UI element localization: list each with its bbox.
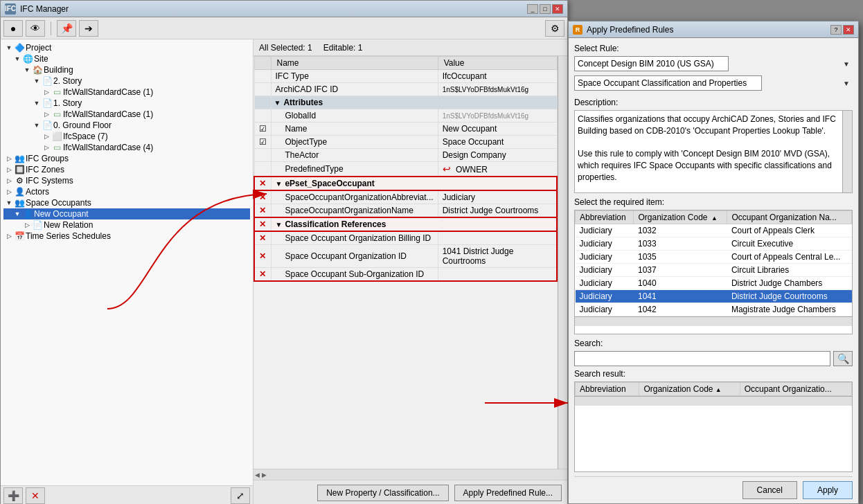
tree-item-wall-story2[interactable]: ▷ ▭ IfcWallStandardCase (1): [3, 87, 250, 98]
rule-dropdown-2[interactable]: Space Occupant Classification and Proper…: [574, 75, 762, 91]
tree-item-ifcspace[interactable]: ▷ ⬜ IfcSpace (7): [3, 131, 250, 142]
tree-item-space-occupants[interactable]: ▼ 👥 Space Occupants: [3, 197, 250, 208]
tree-item-story1[interactable]: ▼ 📄 1. Story: [3, 98, 250, 109]
tree-add-button[interactable]: ➕: [3, 487, 23, 504]
tree-item-new-occupant[interactable]: ▼ 👤 New Occupant: [3, 208, 250, 219]
expander-story1[interactable]: ▼: [33, 99, 41, 107]
data-table-row[interactable]: Judiciary 1033 Circuit Executive: [576, 237, 852, 251]
expander-new-relation[interactable]: ▷: [23, 221, 31, 229]
expander-new-occupant[interactable]: ▼: [13, 210, 21, 218]
data-table-row[interactable]: Judiciary 1037 Circuit Libraries: [576, 264, 852, 277]
col-check: [254, 57, 271, 70]
expander-wall-story2[interactable]: ▷: [42, 88, 51, 96]
result-table-h-scrollbar[interactable]: [575, 396, 852, 406]
overlay-help-button[interactable]: ?: [830, 25, 842, 35]
expander-systems[interactable]: ▷: [5, 177, 13, 185]
expander-timeseries[interactable]: ▷: [5, 232, 13, 240]
project-icon: 🔷: [15, 43, 24, 53]
cell-x: ✕: [254, 245, 271, 268]
rule-dropdown-1[interactable]: Concept Design BIM 2010 (US GSA): [574, 56, 729, 71]
table-row-orgname[interactable]: ✕ SpaceOccupantOrganizationName District…: [254, 204, 557, 218]
tree-move-button[interactable]: ⤢: [231, 487, 250, 504]
search-input[interactable]: [574, 351, 830, 366]
table-row[interactable]: IFC Type IfcOccupant: [254, 70, 557, 83]
minimize-button[interactable]: _: [527, 4, 538, 14]
table-row-group-class-ref[interactable]: ✕ ▼Classification References: [254, 217, 557, 231]
tree-item-project[interactable]: ▼ 🔷 Project: [3, 42, 250, 53]
expander-ground-floor[interactable]: ▼: [33, 121, 41, 129]
arrow-button[interactable]: ➔: [79, 20, 98, 37]
table-row[interactable]: ☑ ObjectType Space Occupant: [254, 136, 557, 149]
table-row[interactable]: ArchiCAD IFC ID 1nS$LVYoDFBfdsMukVt16g: [254, 83, 557, 96]
expander-space-occupants[interactable]: ▼: [5, 199, 13, 207]
table-row[interactable]: ☑ Name New Occupant: [254, 123, 557, 136]
tree-item-site[interactable]: ▼ 🌐 Site: [3, 53, 250, 64]
tree-item-ground-floor[interactable]: ▼ 📄 0. Ground Floor: [3, 120, 250, 131]
props-h-scrollbar[interactable]: ◀ ▶: [253, 469, 567, 480]
table-row-group-attributes[interactable]: ▼Attributes: [254, 96, 557, 109]
expander-zones[interactable]: ▷: [5, 165, 13, 174]
props-v-scrollbar[interactable]: [558, 56, 567, 469]
tree-item-wall-story1[interactable]: ▷ ▭ IfcWallStandardCase (1): [3, 109, 250, 120]
data-table-h-scrollbar[interactable]: [575, 316, 852, 326]
expander-building[interactable]: ▼: [23, 66, 31, 74]
table-row-group-epset[interactable]: ✕ ▼ePset_SpaceOccupant: [254, 177, 557, 190]
tree-item-groups[interactable]: ▷ 👥 IFC Groups: [3, 153, 250, 164]
cell-value: Judiciary: [438, 190, 557, 204]
table-row[interactable]: PredefinedType ↩ OWNER: [254, 162, 557, 177]
table-row-billing-id[interactable]: ✕ Space Occupant Organization Billing ID: [254, 231, 557, 245]
props-scroll-area[interactable]: Name Value IFC Type IfcOccupant: [253, 56, 558, 469]
pin-button[interactable]: 📌: [57, 20, 76, 37]
maximize-button[interactable]: □: [540, 4, 551, 14]
expander-ifcspace[interactable]: ▷: [42, 132, 51, 141]
record-button[interactable]: ●: [3, 20, 23, 37]
cell-name: Magistrate Judge Chambers: [727, 303, 852, 316]
table-row[interactable]: GlobalId 1nS$LVYoDFBfdsMukVt16g: [254, 109, 557, 123]
expander-wall-story1[interactable]: ▷: [42, 110, 51, 118]
data-table-row[interactable]: Judiciary 1035 Court of Appeals Central …: [576, 251, 852, 264]
window-title: IFC Manager: [20, 4, 527, 14]
data-table-row[interactable]: Judiciary 1040 District Judge Chambers: [576, 277, 852, 290]
apply-button[interactable]: Apply: [803, 481, 853, 499]
overlay-close-button[interactable]: ✕: [843, 25, 854, 35]
tree-item-building[interactable]: ▼ 🏠 Building: [3, 64, 250, 75]
expander-wall-ground[interactable]: ▷: [42, 143, 51, 152]
description-box: Classifies organizations that occupy Arc…: [574, 110, 853, 193]
search-button[interactable]: 🔍: [833, 351, 853, 366]
table-row[interactable]: TheActor Design Company: [254, 149, 557, 162]
col-org-name[interactable]: Occupant Organization Na...: [727, 211, 852, 224]
cancel-button[interactable]: Cancel: [742, 481, 797, 499]
expander-story2[interactable]: ▼: [33, 77, 41, 85]
tree-item-systems[interactable]: ▷ ⚙ IFC Systems: [3, 175, 250, 186]
tree-item-story2[interactable]: ▼ 📄 2. Story: [3, 75, 250, 87]
expander-actors[interactable]: ▷: [5, 188, 13, 196]
settings-button[interactable]: ⚙: [545, 20, 564, 37]
expander-site[interactable]: ▼: [13, 55, 21, 63]
table-row-sub-org-id[interactable]: ✕ Space Occupant Sub-Organization ID: [254, 268, 557, 282]
table-row-org-id[interactable]: ✕ Space Occupant Organization ID 1041 Di…: [254, 245, 557, 268]
data-table-row[interactable]: Judiciary 1032 Court of Appeals Clerk: [576, 224, 852, 237]
site-icon: 🌐: [23, 54, 33, 64]
close-button[interactable]: ✕: [552, 4, 563, 14]
description-scrollbar[interactable]: [842, 111, 852, 192]
expander-project[interactable]: ▼: [5, 44, 13, 52]
tree-delete-button[interactable]: ✕: [26, 487, 45, 504]
col-abbreviation[interactable]: Abbreviation: [576, 211, 634, 224]
tree-label-site: Site: [34, 54, 48, 64]
tree-toolbar: ➕ ✕ ⤢: [1, 485, 253, 504]
expander-groups[interactable]: ▷: [5, 154, 13, 163]
tree-item-actors[interactable]: ▷ 👤 Actors: [3, 186, 250, 197]
description-label: Description:: [574, 98, 853, 107]
wall-ground-icon: ▭: [52, 143, 62, 152]
tree-item-zones[interactable]: ▷ 🔲 IFC Zones: [3, 164, 250, 175]
data-table-row[interactable]: Judiciary 1042 Magistrate Judge Chambers: [576, 303, 852, 316]
apply-predefined-rule-button[interactable]: Apply Predefined Rule...: [454, 485, 562, 501]
table-row-abbrev[interactable]: ✕ SpaceOccupantOrganizationAbbreviat... …: [254, 190, 557, 204]
view-button[interactable]: 👁: [26, 20, 45, 37]
tree-item-new-relation[interactable]: ▷ 📄 New Relation: [3, 219, 250, 231]
col-org-code[interactable]: Organization Code ▲: [634, 211, 727, 224]
new-property-button[interactable]: New Property / Classification...: [317, 485, 448, 501]
tree-item-wall-ground[interactable]: ▷ ▭ IfcWallStandardCase (4): [3, 142, 250, 153]
tree-item-timeseries[interactable]: ▷ 📅 Time Series Schedules: [3, 231, 250, 242]
data-table-row-selected[interactable]: Judiciary 1041 District Judge Courtrooms: [576, 290, 852, 303]
